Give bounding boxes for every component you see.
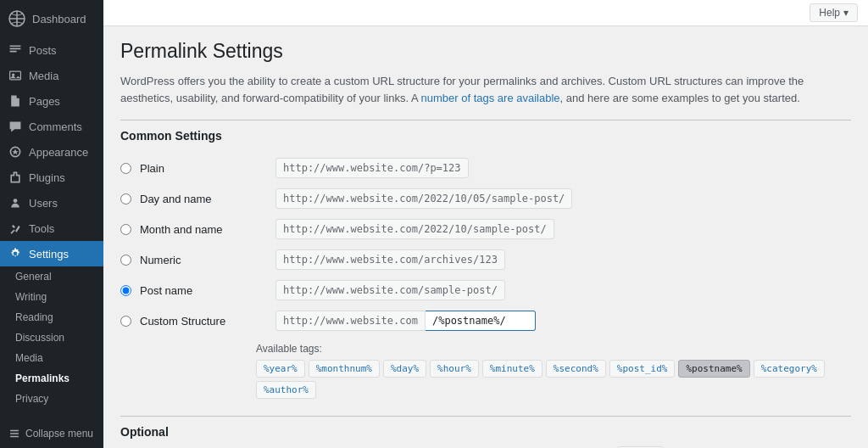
tag-monthnum[interactable]: %monthnum% [309, 360, 380, 378]
month-and-name-label[interactable]: Month and name [140, 223, 267, 236]
sidebar-item-label: Comments [29, 120, 82, 133]
common-settings-title: Common Settings [120, 120, 851, 143]
sidebar-sub-writing[interactable]: Writing [0, 287, 103, 307]
page-title: Permalink Settings [120, 40, 851, 63]
svg-rect-1 [10, 71, 21, 80]
tag-category[interactable]: %category% [754, 360, 825, 378]
sidebar: Dashboard Posts Media Pages Comments App… [0, 0, 103, 448]
optional-section: Optional If you like, you may enter cust… [120, 416, 851, 448]
sidebar-item-users[interactable]: Users [0, 190, 103, 216]
permalink-option-numeric: Numeric http://www.website.com/archives/… [120, 244, 851, 275]
numeric-example: http://www.website.com/archives/123 [275, 249, 505, 270]
post-name-label[interactable]: Post name [140, 284, 267, 297]
plain-example: http://www.website.com/?p=123 [275, 158, 469, 178]
day-and-name-radio[interactable] [120, 193, 131, 204]
sidebar-item-label: Appearance [29, 146, 88, 159]
optional-title: Optional [120, 425, 851, 439]
plain-radio[interactable] [120, 163, 131, 174]
sidebar-item-label: Pages [29, 95, 60, 108]
sidebar-item-label: Settings [29, 248, 69, 260]
available-tags-section: Available tags: %year% %monthnum% %day% … [120, 343, 851, 399]
month-and-name-example: http://www.website.com/2022/10/sample-po… [275, 219, 554, 239]
sidebar-sub-general[interactable]: General [0, 266, 103, 287]
day-and-name-example: http://www.website.com/2022/10/05/sample… [275, 188, 572, 209]
custom-structure-row: http://www.website.com [275, 311, 536, 331]
post-name-example: http://www.website.com/sample-post/ [275, 280, 505, 300]
tag-day[interactable]: %day% [383, 360, 426, 378]
sidebar-item-posts[interactable]: Posts [0, 37, 103, 63]
custom-structure-input[interactable] [426, 311, 536, 331]
month-and-name-radio[interactable] [120, 224, 131, 235]
sidebar-logo-label: Dashboard [32, 13, 86, 25]
topbar: Help ▾ [103, 0, 868, 26]
permalink-option-post-name: Post name http://www.website.com/sample-… [120, 275, 851, 305]
sidebar-item-appearance[interactable]: Appearance [0, 139, 103, 165]
custom-prefix: http://www.website.com [275, 311, 426, 331]
tags-link[interactable]: number of tags are available [421, 92, 560, 104]
tag-minute[interactable]: %minute% [482, 360, 542, 378]
permalink-option-plain: Plain http://www.website.com/?p=123 [120, 153, 851, 183]
sidebar-sub-discussion[interactable]: Discussion [0, 328, 103, 348]
sidebar-item-pages[interactable]: Pages [0, 88, 103, 114]
sidebar-item-label: Media [29, 70, 58, 82]
sidebar-sub-reading[interactable]: Reading [0, 307, 103, 328]
tag-second[interactable]: %second% [546, 360, 606, 378]
sidebar-item-comments[interactable]: Comments [0, 114, 103, 139]
custom-label[interactable]: Custom Structure [140, 315, 267, 328]
sidebar-sub-media[interactable]: Media [0, 348, 103, 368]
sidebar-item-tools[interactable]: Tools [0, 216, 103, 241]
sidebar-item-label: Posts [29, 44, 57, 57]
tag-hour[interactable]: %hour% [430, 360, 479, 378]
chevron-down-icon: ▾ [843, 7, 849, 19]
tag-post-id[interactable]: %post_id% [609, 360, 676, 378]
svg-point-3 [14, 199, 18, 203]
sidebar-item-media[interactable]: Media [0, 63, 103, 88]
permalink-option-custom: Custom Structure http://www.website.com [120, 305, 851, 336]
sidebar-item-label: Tools [29, 222, 54, 235]
sidebar-item-label: Plugins [29, 171, 65, 184]
page-description: WordPress offers you the ability to crea… [120, 73, 851, 106]
permalink-option-month-and-name: Month and name http://www.website.com/20… [120, 214, 851, 244]
tag-author[interactable]: %author% [256, 381, 316, 399]
sidebar-item-plugins[interactable]: Plugins [0, 165, 103, 190]
sidebar-sub-privacy[interactable]: Privacy [0, 389, 103, 409]
numeric-label[interactable]: Numeric [140, 254, 267, 266]
numeric-radio[interactable] [120, 255, 131, 266]
post-name-radio[interactable] [120, 285, 131, 296]
tags-row: %year% %monthnum% %day% %hour% %minute% … [256, 360, 851, 399]
tag-postname[interactable]: %postname% [678, 360, 749, 378]
collapse-menu-label: Collapse menu [25, 428, 93, 440]
plain-label[interactable]: Plain [140, 162, 267, 175]
collapse-menu-button[interactable]: Collapse menu [0, 419, 103, 448]
tag-year[interactable]: %year% [256, 360, 305, 378]
sidebar-item-settings[interactable]: Settings [0, 241, 103, 266]
help-button[interactable]: Help ▾ [810, 3, 858, 22]
main-content: Help ▾ Permalink Settings WordPress offe… [103, 0, 868, 448]
sidebar-logo[interactable]: Dashboard [0, 0, 103, 37]
custom-radio[interactable] [120, 316, 131, 327]
sidebar-sub-permalinks[interactable]: Permalinks [0, 368, 103, 389]
content-area: Permalink Settings WordPress offers you … [103, 26, 868, 448]
available-tags-label: Available tags: [256, 343, 851, 355]
sidebar-item-label: Users [29, 197, 58, 210]
permalink-option-day-and-name: Day and name http://www.website.com/2022… [120, 183, 851, 214]
day-and-name-label[interactable]: Day and name [140, 193, 267, 205]
